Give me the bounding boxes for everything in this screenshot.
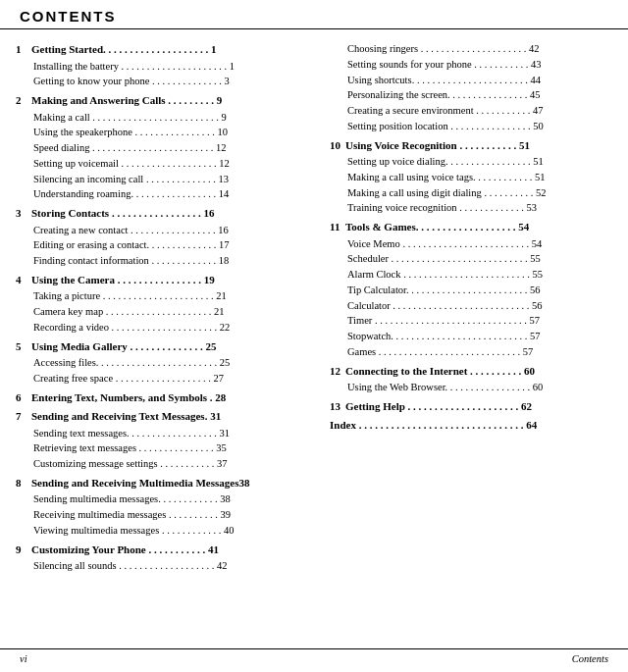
sub-entry-text: Using the speakerphone . . . . . . . . .… [33,125,320,140]
sub-entry: Silencing all sounds . . . . . . . . . .… [16,558,320,574]
sub-entry: Calculator . . . . . . . . . . . . . . .… [330,298,618,314]
toc-section: Choosing ringers . . . . . . . . . . . .… [330,41,618,134]
sub-entry: Games . . . . . . . . . . . . . . . . . … [330,344,618,360]
toc-section: 2Making and Answering Calls . . . . . . … [16,92,320,202]
sub-entry-text: Silencing an incoming call . . . . . . .… [33,172,320,187]
sub-entry-text: Using the Web Browser. . . . . . . . . .… [347,380,618,395]
header: CONTENTS [0,0,628,29]
sub-entry-text: Setting position location . . . . . . . … [347,119,618,134]
sub-entry: Sending text messages. . . . . . . . . .… [16,426,320,441]
section-title: Storing Contacts . . . . . . . . . . . .… [31,205,214,222]
section-number: 10 [330,137,341,154]
sub-entry: Installing the battery . . . . . . . . .… [16,59,320,75]
left-column: 1Getting Started. . . . . . . . . . . . … [16,41,320,577]
sub-entry-text: Setting up voice dialing. . . . . . . . … [347,154,618,170]
section-title: Making and Answering Calls . . . . . . .… [31,92,222,109]
toc-section: 5Using Media Gallery . . . . . . . . . .… [16,338,320,387]
section-header-row: 7Sending and Receiving Text Messages. 31 [16,408,320,425]
section-header-row: 1Getting Started. . . . . . . . . . . . … [16,41,320,58]
sub-entry-text: Receiving multimedia messages . . . . . … [33,507,320,523]
toc-section: 9Customizing Your Phone . . . . . . . . … [16,542,320,574]
sub-entry: Receiving multimedia messages . . . . . … [16,507,320,523]
sub-entry: Using shortcuts. . . . . . . . . . . . .… [330,73,618,88]
sub-entry-text: Viewing multimedia messages . . . . . . … [33,523,320,539]
sub-entry-text: Getting to know your phone . . . . . . .… [33,74,320,89]
sub-entry-text: Accessing files. . . . . . . . . . . . .… [33,355,320,371]
section-number: 1 [16,41,27,58]
sub-entry: Setting position location . . . . . . . … [330,119,618,134]
sub-entry: Customizing message settings . . . . . .… [16,456,320,472]
sub-entry: Understanding roaming. . . . . . . . . .… [16,186,320,202]
sub-entry-text: Tip Calculator. . . . . . . . . . . . . … [347,283,618,298]
sub-entry: Editing or erasing a contact. . . . . . … [16,237,320,253]
footer-label: Contents [572,653,608,664]
sub-entry: Using the speakerphone . . . . . . . . .… [16,125,320,140]
sub-entry: Tip Calculator. . . . . . . . . . . . . … [330,283,618,298]
page-footer: vi Contents [0,648,628,664]
sub-entry-text: Taking a picture . . . . . . . . . . . .… [33,288,320,304]
section-header-row: 9Customizing Your Phone . . . . . . . . … [16,542,320,558]
section-header-row: 4Using the Camera . . . . . . . . . . . … [16,272,320,288]
section-header-row: 6Entering Text, Numbers, and Symbols . 2… [16,389,320,406]
sub-entry-text: Sending text messages. . . . . . . . . .… [33,426,320,441]
toc-section: Index . . . . . . . . . . . . . . . . . … [330,417,618,434]
section-title: Using Media Gallery . . . . . . . . . . … [31,338,217,355]
sub-entry: Stopwatch. . . . . . . . . . . . . . . .… [330,329,618,344]
sub-entry-text: Finding contact information . . . . . . … [33,253,320,269]
section-title: Sending and Receiving Multimedia Message… [31,475,249,491]
sub-entry: Accessing files. . . . . . . . . . . . .… [16,355,320,371]
sub-entry: Sending multimedia messages. . . . . . .… [16,491,320,507]
section-title: Getting Help . . . . . . . . . . . . . .… [345,398,532,415]
sub-entry-text: Calculator . . . . . . . . . . . . . . .… [347,298,618,314]
section-header-row: 8Sending and Receiving Multimedia Messag… [16,475,320,491]
sub-entry-text: Creating a new contact . . . . . . . . .… [33,223,320,238]
sub-entry: Viewing multimedia messages . . . . . . … [16,523,320,539]
section-number: 6 [16,389,27,406]
page: CONTENTS 1Getting Started. . . . . . . .… [0,0,628,672]
sub-entry: Creating a new contact . . . . . . . . .… [16,223,320,238]
section-header-row: 11Tools & Games. . . . . . . . . . . . .… [330,219,618,235]
section-number: 5 [16,338,27,355]
sub-entry-text: Alarm Clock . . . . . . . . . . . . . . … [347,267,618,283]
section-header-row: 13Getting Help . . . . . . . . . . . . .… [330,398,618,415]
sub-entry: Alarm Clock . . . . . . . . . . . . . . … [330,267,618,283]
toc-section: 1Getting Started. . . . . . . . . . . . … [16,41,320,89]
sub-entry-text: Setting sounds for your phone . . . . . … [347,57,618,73]
sub-entry: Setting up voice dialing. . . . . . . . … [330,154,618,170]
sub-entry-text: Making a call using digit dialing . . . … [347,185,618,201]
toc-section: 4Using the Camera . . . . . . . . . . . … [16,272,320,336]
section-number: 11 [330,219,341,235]
section-header-row: 3Storing Contacts . . . . . . . . . . . … [16,205,320,222]
sub-entry: Voice Memo . . . . . . . . . . . . . . .… [330,236,618,252]
section-number: 13 [330,398,341,415]
sub-entry: Creating free space . . . . . . . . . . … [16,371,320,387]
section-number: 12 [330,363,341,380]
sub-entry-text: Creating a secure environment . . . . . … [347,103,618,119]
sub-entry: Using the Web Browser. . . . . . . . . .… [330,380,618,395]
toc-section: 3Storing Contacts . . . . . . . . . . . … [16,205,320,269]
section-header-row: 10Using Voice Recognition . . . . . . . … [330,137,618,154]
section-number: 7 [16,408,27,425]
sub-entry: Setting sounds for your phone . . . . . … [330,57,618,73]
sub-entry-text: Making a call . . . . . . . . . . . . . … [33,110,320,126]
footer-page-num: vi [20,653,27,664]
sub-entry-text: Installing the battery . . . . . . . . .… [33,59,320,75]
sub-entry: Making a call using voice tags. . . . . … [330,170,618,185]
right-column: Choosing ringers . . . . . . . . . . . .… [330,41,618,577]
sub-entry: Speed dialing . . . . . . . . . . . . . … [16,140,320,156]
sub-entry: Taking a picture . . . . . . . . . . . .… [16,288,320,304]
sub-entry-text: Setting up voicemail . . . . . . . . . .… [33,156,320,172]
sub-entry-text: Sending multimedia messages. . . . . . .… [33,491,320,507]
page-title: CONTENTS [20,8,117,25]
sub-entry-text: Using shortcuts. . . . . . . . . . . . .… [347,73,618,88]
sub-entry: Setting up voicemail . . . . . . . . . .… [16,156,320,172]
section-title: Connecting to the Internet . . . . . . .… [345,363,535,380]
sub-entry-text: Silencing all sounds . . . . . . . . . .… [33,558,320,574]
sub-entry-text: Stopwatch. . . . . . . . . . . . . . . .… [347,329,618,344]
sub-entry-text: Scheduler . . . . . . . . . . . . . . . … [347,251,618,267]
sub-entry-text: Camera key map . . . . . . . . . . . . .… [33,304,320,320]
sub-entry-text: Voice Memo . . . . . . . . . . . . . . .… [347,236,618,252]
toc-section: 7Sending and Receiving Text Messages. 31… [16,408,320,472]
sub-entry: Camera key map . . . . . . . . . . . . .… [16,304,320,320]
sub-entry-text: Editing or erasing a contact. . . . . . … [33,237,320,253]
